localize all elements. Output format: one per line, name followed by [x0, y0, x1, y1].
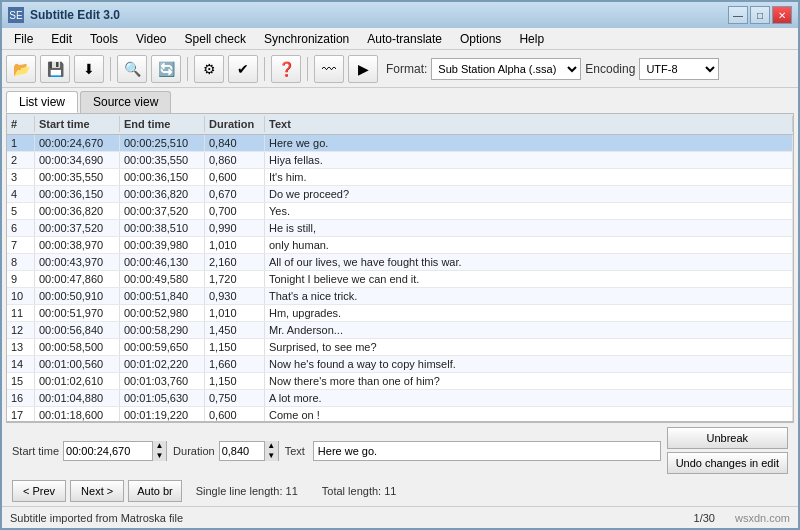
table-row[interactable]: 8 00:00:43,970 00:00:46,130 2,160 All of…	[7, 254, 793, 271]
cell-text: All of our lives, we have fought this wa…	[265, 254, 793, 270]
duration-label: Duration	[173, 445, 215, 457]
menu-options[interactable]: Options	[452, 30, 509, 48]
separator-2	[187, 57, 188, 81]
unbreak-button[interactable]: Unbreak	[667, 427, 788, 449]
title-bar-left: SE Subtitle Edit 3.0	[8, 7, 120, 23]
save-button[interactable]: 💾	[40, 55, 70, 83]
minimize-button[interactable]: —	[728, 6, 748, 24]
wave-button[interactable]: 〰	[314, 55, 344, 83]
table-row[interactable]: 16 00:01:04,880 00:01:05,630 0,750 A lot…	[7, 390, 793, 407]
text-label: Text	[285, 445, 305, 457]
table-row[interactable]: 12 00:00:56,840 00:00:58,290 1,450 Mr. A…	[7, 322, 793, 339]
status-bar: Subtitle imported from Matroska file 1/3…	[2, 506, 798, 528]
table-row[interactable]: 13 00:00:58,500 00:00:59,650 1,150 Surpr…	[7, 339, 793, 356]
auto-br-button[interactable]: Auto br	[128, 480, 181, 502]
maximize-button[interactable]: □	[750, 6, 770, 24]
cell-end: 00:00:38,510	[120, 220, 205, 236]
menu-help[interactable]: Help	[511, 30, 552, 48]
open-button[interactable]: 📂	[6, 55, 36, 83]
edit-inputs-row: Start time ▲ ▼ Duration ▲ ▼	[6, 423, 794, 478]
cell-num: 17	[7, 407, 35, 421]
tab-source-view[interactable]: Source view	[80, 91, 171, 113]
cell-num: 11	[7, 305, 35, 321]
format-select[interactable]: Sub Station Alpha (.ssa)	[431, 58, 581, 80]
cell-num: 12	[7, 322, 35, 338]
cell-dur: 0,670	[205, 186, 265, 202]
start-time-up[interactable]: ▲	[152, 441, 166, 451]
table-row[interactable]: 7 00:00:38,970 00:00:39,980 1,010 only h…	[7, 237, 793, 254]
table-row[interactable]: 2 00:00:34,690 00:00:35,550 0,860 Hiya f…	[7, 152, 793, 169]
menu-tools[interactable]: Tools	[82, 30, 126, 48]
cell-text: That's a nice trick.	[265, 288, 793, 304]
start-time-group: Start time ▲ ▼	[12, 441, 167, 461]
title-bar: SE Subtitle Edit 3.0 — □ ✕	[2, 2, 798, 28]
table-row[interactable]: 9 00:00:47,860 00:00:49,580 1,720 Tonigh…	[7, 271, 793, 288]
video-button[interactable]: ▶	[348, 55, 378, 83]
cell-text: Tonight I believe we can end it.	[265, 271, 793, 287]
table-row[interactable]: 15 00:01:02,610 00:01:03,760 1,150 Now t…	[7, 373, 793, 390]
menu-bar: File Edit Tools Video Spell check Synchr…	[2, 28, 798, 50]
cell-num: 7	[7, 237, 35, 253]
close-button[interactable]: ✕	[772, 6, 792, 24]
menu-edit[interactable]: Edit	[43, 30, 80, 48]
tab-list-view[interactable]: List view	[6, 91, 78, 113]
table-row[interactable]: 3 00:00:35,550 00:00:36,150 0,600 It's h…	[7, 169, 793, 186]
duration-input[interactable]	[220, 442, 264, 460]
table-body[interactable]: 1 00:00:24,670 00:00:25,510 0,840 Here w…	[7, 135, 793, 421]
menu-file[interactable]: File	[6, 30, 41, 48]
undo-changes-button[interactable]: Undo changes in edit	[667, 452, 788, 474]
text-group: Text	[285, 441, 661, 461]
cell-text: only human.	[265, 237, 793, 253]
cell-start: 00:00:36,820	[35, 203, 120, 219]
menu-sync[interactable]: Synchronization	[256, 30, 357, 48]
table-row[interactable]: 14 00:01:00,560 00:01:02,220 1,660 Now h…	[7, 356, 793, 373]
single-line-length: Single line length: 11	[196, 485, 298, 497]
prev-button[interactable]: < Prev	[12, 480, 66, 502]
cell-start: 00:01:00,560	[35, 356, 120, 372]
separator-3	[264, 57, 265, 81]
cell-start: 00:00:51,970	[35, 305, 120, 321]
start-time-down[interactable]: ▼	[152, 451, 166, 461]
menu-autotranslate[interactable]: Auto-translate	[359, 30, 450, 48]
download-button[interactable]: ⬇	[74, 55, 104, 83]
cell-start: 00:00:37,520	[35, 220, 120, 236]
status-message: Subtitle imported from Matroska file	[10, 512, 183, 524]
cell-text: Yes.	[265, 203, 793, 219]
search-button[interactable]: 🔍	[117, 55, 147, 83]
cell-num: 6	[7, 220, 35, 236]
cell-end: 00:01:02,220	[120, 356, 205, 372]
table-row[interactable]: 4 00:00:36,150 00:00:36,820 0,670 Do we …	[7, 186, 793, 203]
start-time-label: Start time	[12, 445, 59, 457]
settings-button[interactable]: ⚙	[194, 55, 224, 83]
text-input[interactable]	[313, 441, 661, 461]
table-row[interactable]: 17 00:01:18,600 00:01:19,220 0,600 Come …	[7, 407, 793, 421]
cell-end: 00:00:37,520	[120, 203, 205, 219]
menu-video[interactable]: Video	[128, 30, 174, 48]
table-row[interactable]: 1 00:00:24,670 00:00:25,510 0,840 Here w…	[7, 135, 793, 152]
cell-end: 00:00:39,980	[120, 237, 205, 253]
table-row[interactable]: 5 00:00:36,820 00:00:37,520 0,700 Yes.	[7, 203, 793, 220]
table-row[interactable]: 11 00:00:51,970 00:00:52,980 1,010 Hm, u…	[7, 305, 793, 322]
help-button[interactable]: ❓	[271, 55, 301, 83]
format-label: Format:	[386, 62, 427, 76]
cell-end: 00:01:03,760	[120, 373, 205, 389]
toolbar: 📂 💾 ⬇ 🔍 🔄 ⚙ ✔ ❓ 〰 ▶ Format: Sub Station …	[2, 50, 798, 88]
cell-dur: 0,750	[205, 390, 265, 406]
table-row[interactable]: 10 00:00:50,910 00:00:51,840 0,930 That'…	[7, 288, 793, 305]
next-button[interactable]: Next >	[70, 480, 124, 502]
cell-num: 15	[7, 373, 35, 389]
cell-dur: 1,150	[205, 339, 265, 355]
cell-num: 1	[7, 135, 35, 151]
check-button[interactable]: ✔	[228, 55, 258, 83]
table-row[interactable]: 6 00:00:37,520 00:00:38,510 0,990 He is …	[7, 220, 793, 237]
duration-down[interactable]: ▼	[264, 451, 278, 461]
menu-spellcheck[interactable]: Spell check	[177, 30, 254, 48]
encoding-select[interactable]: UTF-8	[639, 58, 719, 80]
start-time-input-group: ▲ ▼	[63, 441, 167, 461]
replace-button[interactable]: 🔄	[151, 55, 181, 83]
cell-text: Do we proceed?	[265, 186, 793, 202]
cell-end: 00:01:05,630	[120, 390, 205, 406]
duration-up[interactable]: ▲	[264, 441, 278, 451]
start-time-input[interactable]	[64, 442, 152, 460]
cell-num: 16	[7, 390, 35, 406]
